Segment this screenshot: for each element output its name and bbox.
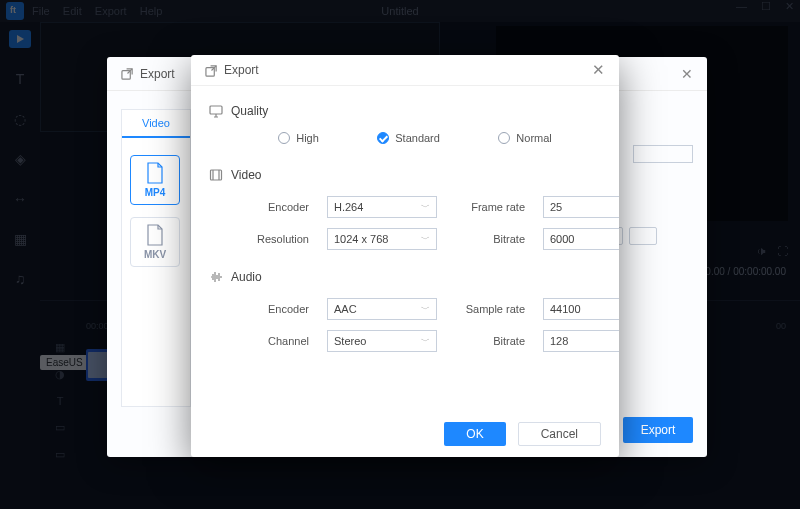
label-encoder: Encoder [239,201,309,213]
section-audio: Audio Encoder AAC﹀ Sample rate 44100﹀ Ch… [209,270,601,352]
label-framerate: Frame rate [455,201,525,213]
audio-encoder-select[interactable]: AAC﹀ [327,298,437,320]
section-title: Video [231,168,261,182]
film-icon [209,168,223,182]
quality-normal-radio[interactable]: Normal [498,132,551,144]
ok-button[interactable]: OK [444,422,505,446]
export-icon [121,67,134,80]
format-mp4[interactable]: MP4 [130,155,180,205]
video-bitrate-select[interactable]: 6000﹀ [543,228,619,250]
quality-standard-radio[interactable]: Standard [377,132,440,144]
svg-rect-3 [211,170,222,180]
section-quality: Quality High Standard Normal [209,104,601,148]
close-icon[interactable]: ✕ [681,66,693,82]
section-video: Video Encoder H.264﹀ Frame rate 25﹀ Reso… [209,168,601,250]
dialog-title: Export [140,67,175,81]
export-icon [205,64,218,77]
svg-rect-2 [210,106,222,114]
chevron-down-icon: ﹀ [421,303,430,316]
video-resolution-select[interactable]: 1024 x 768﹀ [327,228,437,250]
section-title: Quality [231,104,268,118]
preview-placeholder [633,145,693,163]
video-encoder-select[interactable]: H.264﹀ [327,196,437,218]
section-title: Audio [231,270,262,284]
label-samplerate: Sample rate [455,303,525,315]
label-bitrate: Bitrate [455,335,525,347]
dialog-header: Export ✕ [191,55,619,85]
export-button[interactable]: Export [623,417,693,443]
audio-channel-select[interactable]: Stereo﹀ [327,330,437,352]
mini-option[interactable] [629,227,657,245]
label-resolution: Resolution [239,233,309,245]
chevron-down-icon: ﹀ [421,335,430,348]
chevron-down-icon: ﹀ [421,201,430,214]
dialog-title: Export [224,63,259,77]
label-encoder: Encoder [239,303,309,315]
monitor-icon [209,104,223,118]
cancel-button[interactable]: Cancel [518,422,601,446]
audio-samplerate-select[interactable]: 44100﹀ [543,298,619,320]
label-channel: Channel [239,335,309,347]
export-quality-dialog: Export ✕ Quality High Standard Normal Vi… [191,55,619,457]
video-framerate-select[interactable]: 25﹀ [543,196,619,218]
audio-wave-icon [209,270,223,284]
label-bitrate: Bitrate [455,233,525,245]
chevron-down-icon: ﹀ [421,233,430,246]
format-mkv[interactable]: MKV [130,217,180,267]
dialog-footer: OK Cancel [191,411,619,457]
tab-video[interactable]: Video [122,110,190,138]
audio-bitrate-select[interactable]: 128﹀ [543,330,619,352]
quality-high-radio[interactable]: High [278,132,319,144]
close-icon[interactable]: ✕ [592,61,605,79]
